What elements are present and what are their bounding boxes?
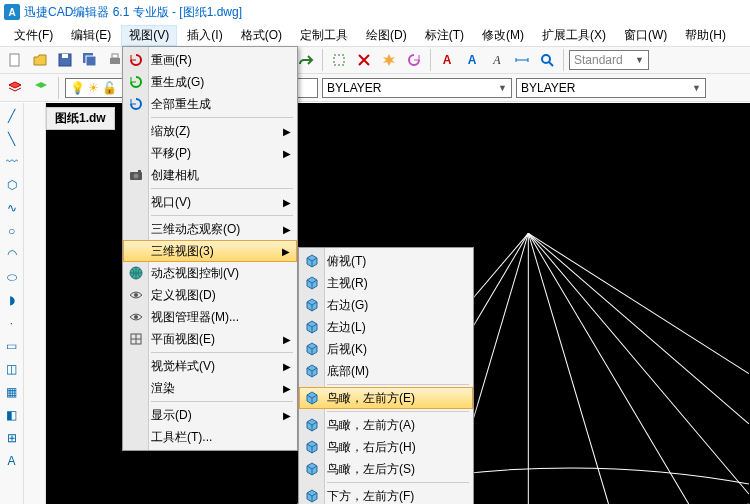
view3d-menu-item[interactable]: 后视(K) <box>299 338 473 360</box>
view3d-menu-item[interactable]: 左边(L) <box>299 316 473 338</box>
view-menu-item[interactable]: 定义视图(D) <box>123 284 297 306</box>
text-a2-icon[interactable]: A <box>461 49 483 71</box>
view-menu-item[interactable]: 三维动态观察(O)▶ <box>123 218 297 240</box>
view-menu-item[interactable]: 工具栏(T)... <box>123 426 297 448</box>
new-icon[interactable] <box>4 49 26 71</box>
view3d-menu-item[interactable]: 右边(G) <box>299 294 473 316</box>
menu-dimension[interactable]: 标注(T) <box>417 25 472 46</box>
svg-line-26 <box>528 233 749 373</box>
layerstate-icon[interactable] <box>30 77 52 99</box>
table-icon[interactable]: ⊞ <box>3 429 21 447</box>
cube-icon <box>303 389 321 407</box>
redo-icon[interactable] <box>295 49 317 71</box>
view-menu-item[interactable]: 动态视图控制(V) <box>123 262 297 284</box>
style-combo[interactable]: Standard▼ <box>569 50 649 70</box>
region-icon[interactable]: ◧ <box>3 406 21 424</box>
menubar: 文件(F) 编辑(E) 视图(V) 插入(I) 格式(O) 定制工具 绘图(D)… <box>0 24 750 46</box>
toolbar-main: A A A Standard▼ <box>0 46 750 74</box>
select-icon[interactable] <box>328 49 350 71</box>
arc-icon[interactable]: ◠ <box>3 245 21 263</box>
view-menu-item[interactable]: 三维视图(3)▶ <box>123 240 297 262</box>
document-tab[interactable]: 图纸1.dw <box>46 107 115 130</box>
view3d-menu-item[interactable]: 鸟瞰，左前方(A) <box>299 414 473 436</box>
circle-icon[interactable]: ○ <box>3 222 21 240</box>
view-menu-item[interactable]: 平移(P)▶ <box>123 142 297 164</box>
layer-icon[interactable] <box>4 77 26 99</box>
text-a1-icon[interactable]: A <box>436 49 458 71</box>
menu-window[interactable]: 窗口(W) <box>616 25 675 46</box>
svg-rect-6 <box>112 54 118 58</box>
saveall-icon[interactable] <box>79 49 101 71</box>
svg-line-23 <box>528 233 688 504</box>
menu-insert[interactable]: 插入(I) <box>179 25 230 46</box>
view-menu-item[interactable]: 渲染▶ <box>123 377 297 399</box>
polygon-icon[interactable]: ⬡ <box>3 176 21 194</box>
svg-rect-0 <box>10 54 19 66</box>
view-menu-item[interactable]: 视图管理器(M)... <box>123 306 297 328</box>
cube-icon <box>303 438 321 456</box>
view-menu-item[interactable]: 缩放(Z)▶ <box>123 120 297 142</box>
svg-point-32 <box>134 315 138 319</box>
svg-rect-4 <box>86 56 96 66</box>
explode-icon[interactable] <box>378 49 400 71</box>
regen-icon[interactable] <box>403 49 425 71</box>
lineweight-combo[interactable]: BYLAYER▼ <box>516 78 706 98</box>
menu-format[interactable]: 格式(O) <box>233 25 290 46</box>
save-icon[interactable] <box>54 49 76 71</box>
view3d-menu-item[interactable]: 下方，左前方(F) <box>299 485 473 504</box>
view3d-menu-item[interactable]: 主视(R) <box>299 272 473 294</box>
view3d-menu-item[interactable]: 底部(M) <box>299 360 473 382</box>
lock-icon: 🔓 <box>102 81 117 95</box>
view3d-menu-item[interactable]: 俯视(T) <box>299 250 473 272</box>
view-menu-item[interactable]: 重生成(G) <box>123 71 297 93</box>
line-icon[interactable]: ╱ <box>3 107 21 125</box>
linetype-value: BYLAYER <box>327 81 381 95</box>
menu-express[interactable]: 扩展工具(X) <box>534 25 614 46</box>
cube-icon <box>303 318 321 336</box>
point-icon[interactable]: · <box>3 314 21 332</box>
toolbar-layers: 💡 ☀ 🔓 ▼ ▼ BYLAYER▼ BYLAYER▼ <box>0 74 750 102</box>
view3d-menu-item[interactable]: 鸟瞰，左前方(E) <box>299 387 473 409</box>
cube-icon <box>303 362 321 380</box>
view3d-menu-item[interactable]: 鸟瞰，左后方(S) <box>299 458 473 480</box>
ellipsearc-icon[interactable]: ◗ <box>3 291 21 309</box>
view-menu-item[interactable]: 重画(R) <box>123 49 297 71</box>
menu-view[interactable]: 视图(V) <box>121 25 177 46</box>
view3d-menu-item[interactable]: 鸟瞰，右后方(H) <box>299 436 473 458</box>
view-menu-item[interactable]: 显示(D)▶ <box>123 404 297 426</box>
text-style-icon[interactable]: A <box>486 49 508 71</box>
view-menu-item[interactable]: 全部重生成 <box>123 93 297 115</box>
modify-toolbar <box>24 103 46 504</box>
view-menu-item[interactable]: 平面视图(E)▶ <box>123 328 297 350</box>
menu-file[interactable]: 文件(F) <box>6 25 61 46</box>
svg-line-25 <box>528 233 749 423</box>
menu-help[interactable]: 帮助(H) <box>677 25 734 46</box>
pline-icon[interactable]: 〰 <box>3 153 21 171</box>
block-icon[interactable]: ◫ <box>3 360 21 378</box>
view-menu-item[interactable]: 创建相机 <box>123 164 297 186</box>
svg-rect-2 <box>62 54 68 58</box>
style-combo-value: Standard <box>574 53 623 67</box>
dim-style-icon[interactable] <box>511 49 533 71</box>
menu-custom[interactable]: 定制工具 <box>292 25 356 46</box>
erase-icon[interactable] <box>353 49 375 71</box>
menu-edit[interactable]: 编辑(E) <box>63 25 119 46</box>
mtext-icon[interactable]: A <box>3 452 21 470</box>
xline-icon[interactable]: ╲ <box>3 130 21 148</box>
view-menu-item[interactable]: 视口(V)▶ <box>123 191 297 213</box>
spline-icon[interactable]: ∿ <box>3 199 21 217</box>
rect-icon[interactable]: ▭ <box>3 337 21 355</box>
view-menu-item[interactable]: 视觉样式(V)▶ <box>123 355 297 377</box>
svg-line-24 <box>528 233 749 494</box>
find-icon[interactable] <box>536 49 558 71</box>
svg-rect-15 <box>334 55 344 65</box>
svg-line-22 <box>528 233 608 504</box>
ellipse-icon[interactable]: ⬭ <box>3 268 21 286</box>
view3d-submenu: 俯视(T)主视(R)右边(G)左边(L)后视(K)底部(M)鸟瞰，左前方(E)鸟… <box>298 247 474 504</box>
menu-draw[interactable]: 绘图(D) <box>358 25 415 46</box>
menu-modify[interactable]: 修改(M) <box>474 25 532 46</box>
open-icon[interactable] <box>29 49 51 71</box>
linetype-combo[interactable]: BYLAYER▼ <box>322 78 512 98</box>
draw-toolbar: ╱ ╲ 〰 ⬡ ∿ ○ ◠ ⬭ ◗ · ▭ ◫ ▦ ◧ ⊞ A <box>0 103 24 504</box>
hatch-icon[interactable]: ▦ <box>3 383 21 401</box>
